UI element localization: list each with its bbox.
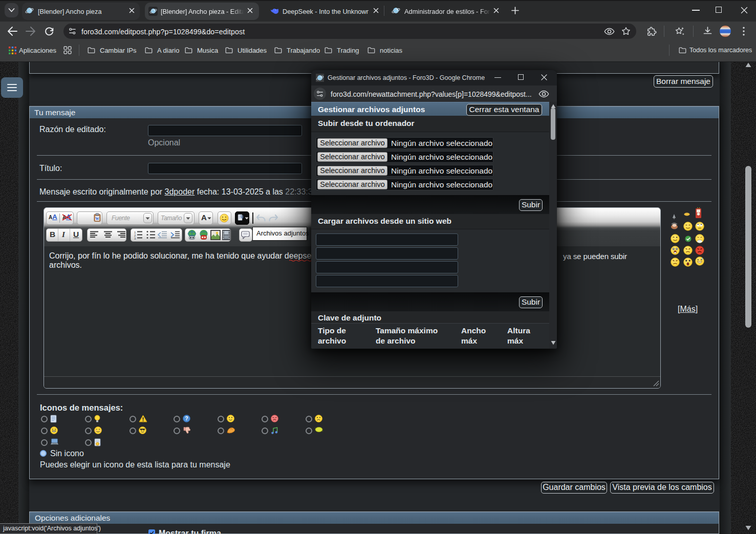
svg-text:?: ?: [185, 415, 188, 421]
svg-text:3: 3: [134, 237, 136, 240]
svg-text:W: W: [95, 217, 99, 221]
